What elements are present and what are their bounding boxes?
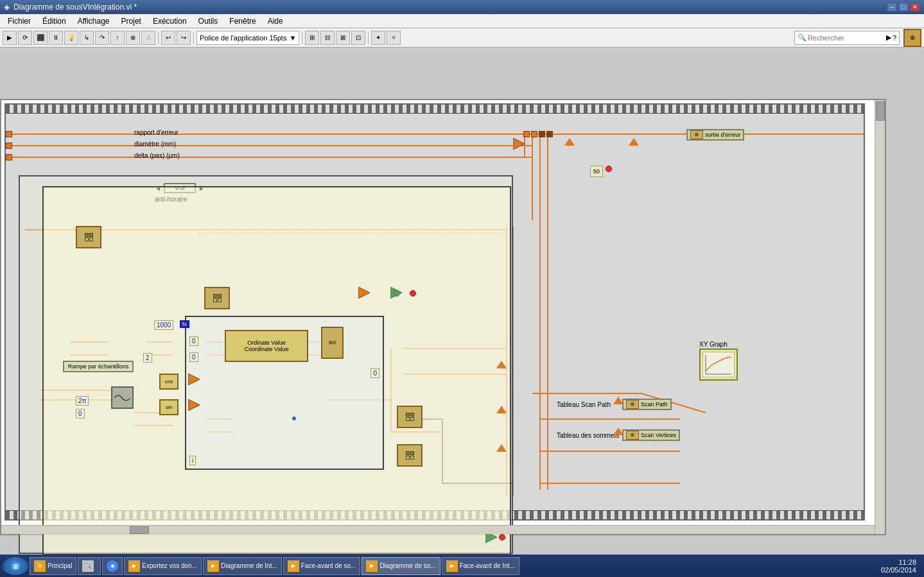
taskbar-diag-int[interactable]: ▶ Diagramme de Int... (203, 557, 282, 575)
taskbar-principal[interactable]: ⊞ Principal (30, 557, 76, 575)
terminal-delta-left (6, 154, 12, 160)
debug-button[interactable]: ⊕ (126, 31, 140, 45)
run-button[interactable]: ▶ (3, 31, 17, 45)
for-loop: 1000 N 0 0 Ordinate Value Coordinate Val… (185, 316, 384, 470)
font-label: Police de l'application 15pts (200, 34, 286, 42)
red-dot-bottom (499, 534, 505, 540)
route-button[interactable]: ✧ (387, 31, 401, 45)
clock-date: 02/05/2014 (881, 566, 916, 574)
taskbar-chrome[interactable]: ◉ (102, 557, 123, 575)
help-icon[interactable]: ? (893, 34, 896, 42)
cos-node: cos (159, 374, 179, 390)
tunnel-up-inner-2 (496, 406, 507, 413)
separator-1 (158, 31, 159, 44)
vertical-scrollbar[interactable] (875, 100, 885, 534)
const-2: 2 (143, 353, 152, 363)
menu-aide[interactable]: Aide (263, 15, 288, 27)
taskbar-clock: 11:28 02/05/2014 (881, 558, 921, 574)
sortie-erreur-label: sortie d'erreur (705, 132, 740, 138)
n-const-value: 1000 (157, 322, 171, 329)
scan-path-indicator: ⊞ Scan Path (622, 399, 672, 410)
search-input[interactable] (808, 34, 885, 42)
run-continuously-button[interactable]: ⟳ (18, 31, 32, 45)
face-avant-so-label: Face-avant de so... (301, 562, 356, 569)
bundle-node: ⊞⊟ (321, 327, 344, 359)
minimize-button[interactable]: ─ (887, 3, 897, 12)
step-out-button[interactable]: ↑ (110, 31, 125, 45)
highlight-button[interactable]: 💡 (64, 31, 78, 45)
align-button[interactable]: ⊞ (305, 31, 319, 45)
i-terminal: i (189, 456, 196, 465)
taskbar-search[interactable]: 🔍 (78, 557, 101, 575)
sortie-erreur-icon: ⊞ (690, 130, 703, 139)
resize-button[interactable]: ⊠ (336, 31, 350, 45)
bundle-icon: ⊞⊟ (329, 340, 336, 345)
app-icon: ◈ (4, 3, 10, 12)
green-dot-1 (394, 290, 400, 297)
tableau-sommets-label: Tableau des sommets (557, 432, 619, 439)
subvi-node-2 (204, 287, 230, 309)
toolbar: ▶ ⟳ ⬛ ⏸ 💡 ↳ ↷ ↑ ⊕ ⚠ ↩ ↪ Police de l'appl… (0, 28, 924, 47)
diametre-label: diamètre (mm) (134, 141, 176, 148)
redo-button[interactable]: ↪ (177, 31, 191, 45)
separator-2 (193, 31, 194, 44)
exportez-icon: ▶ (128, 560, 140, 572)
step-into-button[interactable]: ↳ (80, 31, 94, 45)
step-over-button[interactable]: ↷ (95, 31, 109, 45)
close-button[interactable]: ✕ (910, 3, 920, 12)
n-const-1000: 1000 (154, 320, 173, 330)
font-dropdown-arrow[interactable]: ▼ (289, 34, 296, 42)
chrome-icon: ◉ (107, 560, 118, 572)
menu-affichage[interactable]: Affichage (73, 15, 115, 27)
clock-time: 11:28 (881, 558, 916, 566)
subvi-node-1 (76, 226, 101, 248)
menu-edition[interactable]: Édition (37, 15, 71, 27)
search-box[interactable]: 🔍 ▶ ? (794, 31, 900, 45)
title-bar-controls[interactable]: ─ □ ✕ (887, 3, 920, 12)
taskbar-diag-so[interactable]: ▶ Diagramme de so... (362, 557, 440, 575)
clean-button[interactable]: ✦ (371, 31, 385, 45)
waveform-node (111, 386, 134, 409)
menu-outils[interactable]: Outils (193, 15, 223, 27)
subvi-node-4 (397, 444, 423, 467)
hscrollbar-thumb[interactable] (130, 526, 149, 534)
menu-fichier[interactable]: Fichier (3, 15, 36, 27)
warn-button[interactable]: ⚠ (141, 31, 155, 45)
ordinate-label: Ordinate Value (245, 340, 289, 346)
ordinate-coordinate-node: Ordinate Value Coordinate Value (225, 330, 308, 362)
abort-button[interactable]: ⬛ (33, 31, 48, 45)
diagram-outer: rapport d'erreur diamètre (mm) delta (pa… (4, 103, 865, 521)
search-go-icon[interactable]: ▶ (886, 33, 891, 42)
svg-marker-47 (188, 399, 200, 411)
pause-button[interactable]: ⏸ (49, 31, 63, 45)
tunnel-up-inner-3 (496, 444, 507, 452)
font-selector[interactable]: Police de l'application 15pts ▼ (196, 31, 299, 45)
horizontal-scrollbar[interactable] (1, 525, 875, 534)
taskbar-exportez[interactable]: ▶ Exportez vos don... (124, 557, 202, 575)
subvi-icon-1 (85, 233, 93, 241)
zero-const-left: 0 (76, 409, 85, 418)
xy-graph-node (699, 349, 738, 381)
rampe-enum: Rampe par échantillons (63, 361, 134, 372)
delta-label: delta (pas) (µm) (134, 152, 180, 159)
maximize-button[interactable]: □ (898, 3, 909, 12)
menu-projet[interactable]: Projet (116, 15, 146, 27)
start-button[interactable]: ⊞ (3, 557, 28, 575)
blue-dot-1 (292, 417, 296, 420)
terminal-erreur-left (6, 131, 12, 137)
scrollbar-thumb[interactable] (876, 101, 885, 121)
undo-button[interactable]: ↩ (161, 31, 175, 45)
taskbar-face-avant-int[interactable]: ▶ Face-avant de Int... (442, 557, 519, 575)
diagram-canvas: rapport d'erreur diamètre (mm) delta (pa… (0, 99, 886, 535)
menu-execution[interactable]: Exécution (148, 15, 192, 27)
tools-palette[interactable]: ⊕ (903, 29, 921, 47)
distribute-button[interactable]: ⊟ (320, 31, 335, 45)
taskbar-face-avant-so[interactable]: ▶ Face-avant de so... (283, 557, 361, 575)
scroll-border-top (6, 105, 864, 114)
sin-node: sin (159, 399, 179, 415)
order-button[interactable]: ⊡ (351, 31, 365, 45)
menu-fenetre[interactable]: Fenêtre (224, 15, 261, 27)
svg-marker-46 (188, 374, 200, 385)
sortie-erreur-indicator: ⊞ sortie d'erreur (686, 129, 744, 141)
window-title: Diagramme de sousVIntégration.vi * (13, 3, 137, 12)
